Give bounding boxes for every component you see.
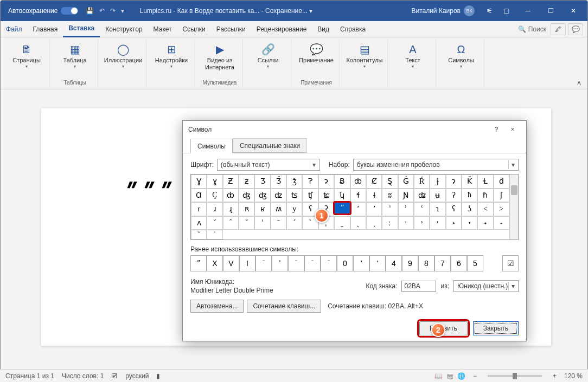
- tab-help[interactable]: Справка: [335, 21, 371, 37]
- symbol-cell[interactable]: ʁ: [254, 202, 270, 216]
- recent-symbol[interactable]: 8: [418, 255, 434, 271]
- symbol-cell[interactable]: ǯ: [286, 174, 302, 189]
- symbol-cell[interactable]: ˇ: [207, 216, 222, 230]
- recent-symbol[interactable]: 4: [386, 255, 402, 271]
- symbol-cell[interactable]: ˈ: [382, 202, 398, 216]
- scrollbar-thumb[interactable]: [511, 185, 517, 195]
- symbol-cell[interactable]: ʮ: [334, 189, 350, 203]
- web-layout-icon[interactable]: 🌐: [457, 372, 465, 380]
- symbol-cell[interactable]: ʃ: [494, 189, 509, 203]
- toggle-switch[interactable]: [61, 7, 78, 15]
- symbol-cell[interactable]: >: [494, 202, 509, 216]
- redo-icon[interactable]: ↷: [110, 7, 116, 15]
- recent-symbol[interactable]: 6: [451, 255, 467, 271]
- symbol-cell[interactable]: r: [191, 202, 207, 216]
- symbol-cell[interactable]: ʤ: [254, 189, 270, 203]
- symbol-cell[interactable]: ʉ: [430, 189, 445, 203]
- symbol-cell[interactable]: ɂ: [318, 174, 334, 189]
- symbol-cell[interactable]: <: [477, 202, 493, 216]
- addins-button[interactable]: ⊞Надстройки▾: [152, 40, 191, 71]
- symbol-cell[interactable]: ʥ: [414, 189, 430, 203]
- symbol-cell[interactable]: ɦ: [477, 189, 493, 203]
- symbol-cell[interactable]: ɉ: [430, 174, 445, 189]
- symbol-cell[interactable]: Ŕ: [414, 174, 430, 189]
- tab-mailings[interactable]: Рассылки: [211, 21, 251, 37]
- symbol-cell[interactable]: ɣ: [207, 174, 222, 189]
- symbol-cell[interactable]: Ç: [207, 189, 222, 203]
- tab-special-chars[interactable]: Специальные знаки: [233, 138, 307, 153]
- read-mode-icon[interactable]: 📖: [434, 372, 443, 380]
- print-layout-icon[interactable]: ▤: [447, 372, 453, 380]
- recent-symbol[interactable]: ˈ: [272, 255, 288, 271]
- recent-symbol[interactable]: 9: [402, 255, 418, 271]
- comments-button[interactable]: 💬: [568, 23, 583, 35]
- symbol-cell[interactable]: ˎ: [350, 216, 366, 230]
- close-dialog-button[interactable]: Закрыть: [473, 321, 519, 335]
- symbol-cell[interactable]: ː: [382, 216, 398, 230]
- font-select[interactable]: (обычный текст)▾: [217, 159, 320, 171]
- recent-symbol[interactable]: ': [369, 255, 386, 271]
- illustrations-button[interactable]: ◯Иллюстрации▾: [104, 40, 143, 71]
- symbol-cell[interactable]: ˙: [207, 230, 222, 239]
- tab-file[interactable]: Файл: [1, 21, 28, 37]
- recent-symbol[interactable]: 5: [467, 255, 483, 271]
- simplify-ribbon-icon[interactable]: ⚟: [487, 7, 493, 15]
- share-button[interactable]: 🖉: [551, 23, 566, 35]
- symbol-cell[interactable]: ʨ: [318, 189, 334, 203]
- maximize-button[interactable]: ☐: [540, 3, 561, 18]
- symbol-cell[interactable]: ʔ: [446, 189, 462, 203]
- symbols-button[interactable]: ΩСимволы▾: [442, 40, 481, 71]
- autocorrect-button[interactable]: Автозамена...: [190, 300, 244, 313]
- undo-icon[interactable]: ↶: [99, 7, 105, 15]
- recent-symbol[interactable]: 0: [337, 255, 353, 271]
- symbol-cell[interactable]: ħ: [462, 189, 477, 203]
- symbol-cell[interactable]: ʣ: [271, 189, 286, 203]
- symbol-cell[interactable]: Ʒ: [254, 174, 270, 189]
- symbol-cell[interactable]: ˑ: [398, 216, 414, 230]
- symbol-cell[interactable]: ʧ: [302, 189, 318, 203]
- symbol-cell[interactable]: ɹ: [207, 202, 222, 216]
- collapse-ribbon-icon[interactable]: ʌ: [574, 79, 583, 87]
- symbol-cell[interactable]: ʾ: [398, 202, 414, 216]
- symbol-cell[interactable]: ˆ: [223, 216, 239, 230]
- close-button[interactable]: ✕: [563, 3, 584, 18]
- symbol-cell[interactable]: ʿ: [414, 202, 430, 216]
- symbol-cell[interactable]: y: [286, 202, 302, 216]
- symbol-cell[interactable]: Ɣ: [191, 174, 207, 189]
- symbol-cell[interactable]: ɂ: [446, 174, 462, 189]
- minimize-button[interactable]: ─: [517, 3, 539, 18]
- symbol-cell[interactable]: Ɫ: [477, 174, 493, 189]
- tab-design[interactable]: Конструктор: [100, 21, 148, 37]
- symbol-cell[interactable]: Ɲ: [398, 189, 414, 203]
- symbol-cell[interactable]: Ɨ: [366, 189, 382, 203]
- display-options-icon[interactable]: ▢: [503, 7, 509, 15]
- recent-symbol[interactable]: ʻ: [353, 255, 369, 271]
- pages-button[interactable]: 🗎Страницы▾: [7, 40, 46, 71]
- zoom-out-icon[interactable]: −: [473, 372, 477, 380]
- qat-dropdown-icon[interactable]: ▾: [121, 7, 124, 15]
- symbol-cell[interactable]: Ǯ: [271, 174, 286, 189]
- links-button[interactable]: 🔗Ссылки▾: [248, 40, 287, 71]
- symbol-cell[interactable]: Ƶ: [223, 174, 239, 189]
- symbol-cell[interactable]: ʺ: [334, 202, 350, 214]
- symbol-cell[interactable]: ʤ: [239, 189, 254, 203]
- symbol-cell[interactable]: ˗: [494, 216, 509, 230]
- macro-icon[interactable]: ▮: [156, 372, 160, 380]
- recent-symbol[interactable]: 7: [434, 255, 451, 271]
- symbol-cell[interactable]: ʀ: [239, 202, 254, 216]
- symbol-cell[interactable]: ɬ: [350, 189, 366, 203]
- tab-layout[interactable]: Макет: [148, 21, 177, 37]
- symbol-cell[interactable]: ʖ: [462, 202, 477, 216]
- recent-symbol[interactable]: I: [239, 255, 255, 271]
- symbol-cell[interactable]: Ȿ: [382, 174, 398, 189]
- symbol-cell[interactable]: ʍ: [271, 202, 286, 216]
- symbol-cell[interactable]: ȸ: [223, 189, 239, 203]
- zoom-slider[interactable]: [488, 375, 542, 377]
- symbol-cell[interactable]: ˘: [191, 230, 207, 239]
- symbol-cell[interactable]: Ǵ: [398, 174, 414, 189]
- spellcheck-icon[interactable]: 🗹: [111, 372, 118, 380]
- search-box[interactable]: 🔍 Поиск: [514, 25, 551, 33]
- symbol-cell[interactable]: ˈ: [254, 216, 270, 230]
- recent-symbol[interactable]: X: [207, 255, 223, 271]
- symbol-cell[interactable]: ˍ: [334, 216, 350, 230]
